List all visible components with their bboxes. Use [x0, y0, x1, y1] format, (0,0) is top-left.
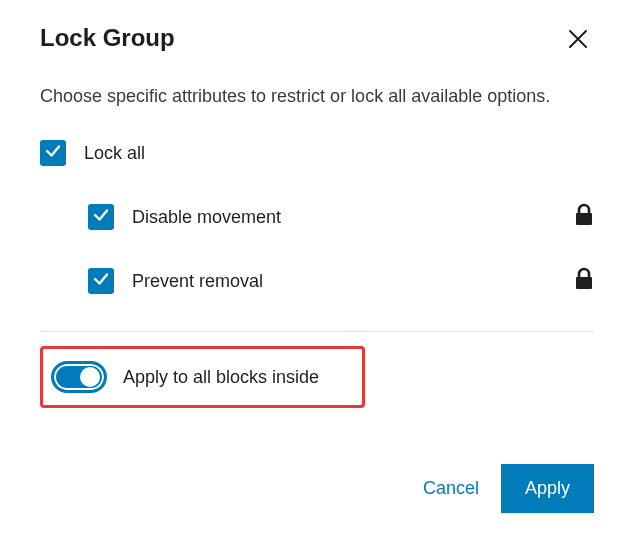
disable-movement-checkbox[interactable] — [88, 204, 114, 230]
check-icon — [92, 270, 110, 292]
lock-all-label: Lock all — [84, 143, 594, 164]
svg-rect-1 — [576, 277, 592, 289]
modal-footer: Cancel Apply — [419, 464, 594, 513]
close-button[interactable] — [562, 24, 594, 56]
modal-title: Lock Group — [40, 24, 175, 52]
lock-group-modal: Lock Group Choose specific attributes to… — [0, 0, 634, 533]
disable-movement-label: Disable movement — [132, 207, 574, 228]
apply-button[interactable]: Apply — [501, 464, 594, 513]
option-lock-all: Lock all — [40, 139, 594, 167]
options-list: Lock all Disable movement Prevent remova… — [40, 139, 594, 295]
prevent-removal-checkbox[interactable] — [88, 268, 114, 294]
apply-inside-label: Apply to all blocks inside — [123, 367, 319, 388]
lock-all-checkbox[interactable] — [40, 140, 66, 166]
cancel-button[interactable]: Cancel — [419, 470, 483, 507]
check-icon — [92, 206, 110, 228]
svg-rect-0 — [576, 213, 592, 225]
close-icon — [566, 27, 590, 54]
toggle-knob — [80, 367, 100, 387]
apply-inside-toggle[interactable] — [51, 361, 107, 393]
lock-icon — [574, 267, 594, 295]
option-prevent-removal: Prevent removal — [88, 267, 594, 295]
prevent-removal-label: Prevent removal — [132, 271, 574, 292]
apply-inside-row: Apply to all blocks inside — [40, 346, 365, 408]
divider — [40, 331, 594, 332]
lock-icon — [574, 203, 594, 231]
option-disable-movement: Disable movement — [88, 203, 594, 231]
modal-header: Lock Group — [40, 24, 594, 56]
modal-description: Choose specific attributes to restrict o… — [40, 84, 594, 109]
check-icon — [44, 142, 62, 164]
